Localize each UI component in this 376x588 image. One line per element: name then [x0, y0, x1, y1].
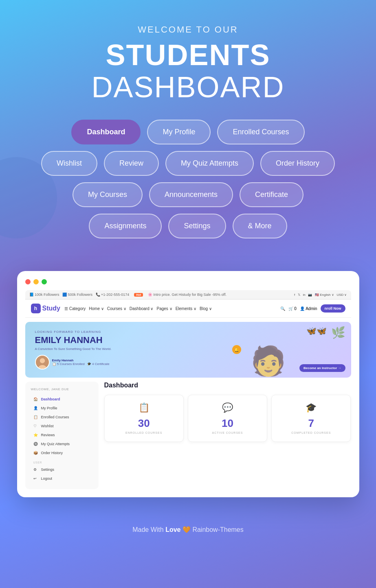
browser-topbar: 📘 100k Followers 🟦 500k Followers 📞 +1-2… — [25, 290, 351, 299]
settings-icon: ⚙ — [33, 468, 38, 472]
banner-user-stats: 📋 5 Courses Enrolled 🎓 4 Certificate — [52, 362, 110, 366]
banner-name: EMILY HANNAH — [35, 335, 112, 345]
footer: Made With Love 🧡 Rainbow-Themes — [132, 518, 244, 546]
main-content: Dashboard 📋 30 ENROLLED COURSES 💬 10 ACT… — [104, 382, 351, 489]
sidebar-item-wishlist[interactable]: ♡ Wishlist — [31, 422, 93, 430]
enroll-button[interactable]: nroll Now — [321, 304, 345, 313]
profile-icon: 👤 — [33, 406, 38, 410]
preview-card: 📘 100k Followers 🟦 500k Followers 📞 +1-2… — [17, 271, 359, 497]
nav-row-4: Assignments Settings & More — [89, 214, 287, 238]
sidebar-item-order-history[interactable]: 📦 Order History — [31, 449, 93, 457]
sidebar-label-dashboard: Dashboard — [41, 397, 60, 401]
nav-btn-wishlist[interactable]: Wishlist — [41, 151, 97, 176]
footer-love: Love — [165, 526, 180, 533]
enrolled-label: ENROLLED COURSES — [110, 431, 178, 434]
logo-text: Study — [42, 305, 60, 312]
sidebar-label-quiz: My Quiz Attempts — [41, 442, 70, 446]
nav-btn-my-courses[interactable]: My Courses — [73, 182, 143, 207]
promo-text: 🌸 Intro price. Get Histudy for Big Sale … — [148, 293, 226, 297]
quiz-icon: 🔘 — [33, 442, 38, 446]
nav-btn-order-history[interactable]: Order History — [260, 151, 335, 176]
admin-link[interactable]: 👤 Admin — [300, 306, 317, 311]
navbar-blog[interactable]: Blog ∨ — [200, 306, 212, 311]
navbar-elements[interactable]: Elements ∨ — [176, 306, 196, 311]
sidebar-welcome: WELCOME, JANE DUE — [31, 387, 93, 391]
hero-subtitle: WELCOME TO OUR — [16, 24, 360, 35]
sidebar-item-settings[interactable]: ⚙ Settings — [31, 466, 93, 474]
nav-btn-dashboard[interactable]: Dashboard — [71, 120, 141, 144]
stats-cards: 📋 30 ENROLLED COURSES 💬 10 ACTIVE COURSE… — [104, 395, 351, 442]
order-icon: 📦 — [33, 451, 38, 455]
nav-btn-settings[interactable]: Settings — [168, 214, 226, 238]
logout-icon: ↩ — [33, 477, 38, 481]
become-instructor-button[interactable]: Become an Instructor → — [299, 364, 345, 372]
hero-section: WELCOME TO OUR STUDENTS DASHBOARD Dashbo… — [0, 0, 376, 271]
logo-icon: h — [31, 304, 41, 313]
nav-btn-more[interactable]: & More — [233, 214, 287, 238]
leaf-icon: 🌿 — [331, 326, 345, 339]
completed-label: COMPLETED COURSES — [277, 431, 345, 434]
dot-red — [25, 279, 31, 284]
nav-btn-quiz-attempts[interactable]: My Quiz Attempts — [165, 151, 254, 176]
nav-row-1: Dashboard My Profile Enrolled Courses — [71, 120, 304, 144]
nav-btn-assignments[interactable]: Assignments — [89, 214, 162, 238]
banner-tagline: A Conviction To Sure Something Good To T… — [35, 347, 112, 351]
sidebar-label-orders: Order History — [41, 451, 63, 455]
active-stat-icon: 💬 — [194, 402, 261, 413]
nav-btn-review[interactable]: Review — [104, 151, 159, 176]
sidebar-label-enrolled: Enrolled Courses — [41, 415, 69, 419]
nav-row-2: Wishlist Review My Quiz Attempts Order H… — [41, 151, 335, 176]
window-controls — [25, 279, 351, 284]
navbar-home[interactable]: Home ∨ — [89, 306, 103, 311]
nav-btn-certificate[interactable]: Certificate — [240, 182, 303, 207]
stat-card-active: 💬 10 ACTIVE COURSES — [188, 395, 267, 442]
svg-point-1 — [40, 358, 44, 363]
sidebar-item-logout[interactable]: ↩ Logout — [31, 474, 93, 483]
hero-banner: LOOKING FORWARD TO LEARNING EMILY HANNAH… — [25, 322, 351, 377]
hero-title: STUDENTS DASHBOARD — [16, 39, 360, 103]
nav-btn-enrolled-courses[interactable]: Enrolled Courses — [217, 120, 304, 144]
nav-btn-my-profile[interactable]: My Profile — [147, 120, 211, 144]
search-icon[interactable]: 🔍 — [280, 306, 285, 311]
sidebar-item-reviews[interactable]: ⭐ Reviews — [31, 431, 93, 439]
completed-stat-icon: 🎓 — [277, 402, 345, 413]
navbar-items: ☰ Category Home ∨ Courses ∨ Dashboard ∨ … — [64, 306, 276, 311]
dashboard-icon: 🏠 — [33, 397, 38, 401]
main-title: Dashboard — [104, 382, 351, 389]
sidebar: WELCOME, JANE DUE 🏠 Dashboard 👤 My Profi… — [25, 382, 99, 489]
sidebar-label-reviews: Reviews — [41, 433, 55, 437]
nav-grid: Dashboard My Profile Enrolled Courses Wi… — [16, 120, 360, 238]
topbar-right: f 𝕏 in 📷 🇺🇸 English ∨ USD ∨ — [294, 293, 347, 297]
hot-badge: Hot — [134, 293, 143, 297]
navbar-category[interactable]: ☰ Category — [64, 306, 86, 311]
certificates: 🎓 4 Certificate — [87, 362, 110, 366]
active-label: ACTIVE COURSES — [194, 431, 261, 434]
navbar-pages[interactable]: Pages ∨ — [156, 306, 172, 311]
nav-btn-announcements[interactable]: Announcements — [149, 182, 233, 207]
active-number: 10 — [194, 417, 261, 430]
sidebar-label-logout: Logout — [41, 477, 53, 481]
cart-icon[interactable]: 🛒 0 — [288, 306, 297, 311]
enrolled-stat-icon: 📋 — [110, 402, 178, 413]
sidebar-item-my-profile[interactable]: 👤 My Profile — [31, 404, 93, 412]
sidebar-label-settings: Settings — [41, 468, 55, 472]
navbar-dashboard[interactable]: Dashboard ∨ — [130, 306, 154, 311]
sidebar-section-user: USER — [33, 461, 93, 464]
enrolled-icon: 📋 — [33, 415, 38, 419]
sidebar-item-quiz-attempts[interactable]: 🔘 My Quiz Attempts — [31, 440, 93, 448]
notification-badge: 🔔 — [232, 345, 241, 354]
nav-row-3: My Courses Announcements Certificate — [73, 182, 303, 207]
banner-looking: LOOKING FORWARD TO LEARNING — [35, 330, 112, 334]
site-logo: h Study — [31, 304, 60, 313]
topbar-left: 📘 100k Followers 🟦 500k Followers 📞 +1-2… — [29, 293, 226, 297]
completed-number: 7 — [277, 417, 345, 430]
sidebar-item-enrolled-courses[interactable]: 📋 Enrolled Courses — [31, 413, 93, 421]
sidebar-label-wishlist: Wishlist — [41, 424, 54, 428]
butterflies-icon: 🦋🦋 — [306, 326, 327, 336]
site-navbar: h Study ☰ Category Home ∨ Courses ∨ Dash… — [25, 299, 351, 318]
navbar-courses[interactable]: Courses ∨ — [107, 306, 126, 311]
sidebar-item-dashboard[interactable]: 🏠 Dashboard — [31, 395, 93, 403]
courses-enrolled: 📋 5 Courses Enrolled — [52, 362, 85, 366]
social-links: 📘 100k Followers 🟦 500k Followers 📞 +1-2… — [29, 293, 130, 297]
navbar-right: 🔍 🛒 0 👤 Admin nroll Now — [280, 304, 345, 313]
